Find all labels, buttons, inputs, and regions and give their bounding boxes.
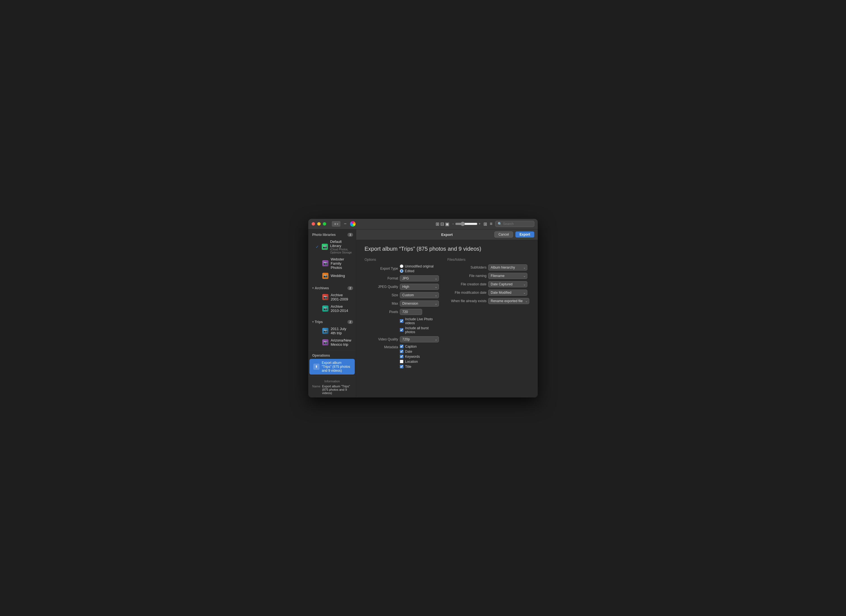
export-type-radios: Unmodified original Edited bbox=[400, 264, 434, 273]
format-select[interactable]: JPG PNG TIFF bbox=[400, 275, 439, 282]
grid-view-icon[interactable]: ⊞ bbox=[436, 221, 439, 227]
radio-edited: Edited bbox=[400, 269, 434, 273]
subfolders-select-wrapper: Album hierarchy None Folder path bbox=[488, 264, 527, 271]
export-heading: Export album “Trips” (875 photos and 9 v… bbox=[365, 246, 529, 252]
plus-icon: + bbox=[334, 221, 336, 226]
export-type-row: Export Type Unmodified original Edited bbox=[365, 264, 439, 273]
file-creation-date-row: File creation date Date Captured Date Mo… bbox=[447, 281, 529, 287]
sidebar-item-wedding[interactable]: 📷 Wedding bbox=[309, 271, 355, 280]
sidebar-item-july4[interactable]: 📷 2011 July 4th trip bbox=[309, 325, 355, 336]
meta-keywords-label: Keywords bbox=[405, 355, 420, 359]
when-file-exists-label: When file already exists bbox=[447, 299, 487, 303]
split-view-icon[interactable]: ⊟ bbox=[440, 221, 444, 227]
meta-caption-checkbox[interactable] bbox=[400, 345, 403, 348]
meta-title-row: Title bbox=[400, 365, 420, 369]
metadata-label: Metadata bbox=[365, 345, 398, 349]
trips-header[interactable]: ▾ Trips 2 bbox=[308, 319, 356, 325]
meta-keywords-checkbox[interactable] bbox=[400, 355, 403, 358]
jpeg-quality-select[interactable]: High Medium Low bbox=[400, 284, 439, 290]
maximize-button[interactable] bbox=[323, 222, 326, 226]
options-column: Options Export Type Unmodified original bbox=[365, 258, 439, 371]
webster-label: Webster Family Photos bbox=[331, 257, 352, 270]
size-select[interactable]: Custom Small Medium Large Full Size bbox=[400, 292, 439, 298]
trip-icon-july4: 📷 bbox=[322, 328, 328, 334]
cancel-button[interactable]: Cancel bbox=[494, 232, 513, 238]
include-live-checkbox[interactable] bbox=[400, 319, 403, 323]
trips-badge: 2 bbox=[347, 320, 353, 324]
max-row: Max Dimension Width Height bbox=[365, 301, 439, 307]
meta-caption-row: Caption bbox=[400, 345, 420, 349]
archives-section: ▾ Archives 2 📷 Archive 2001-2009 📷 Archi… bbox=[308, 283, 356, 317]
export-type-label: Export Type bbox=[365, 267, 398, 271]
format-label: Format bbox=[365, 276, 398, 280]
sidebar-view-icon[interactable]: ▣ bbox=[445, 221, 449, 227]
sidebar-item-archive-2001[interactable]: 📷 Archive 2001-2009 bbox=[309, 292, 355, 303]
files-folders-column: Files/folders Subfolders Album hierarchy… bbox=[447, 258, 529, 371]
archive-2001-label: Archive 2001-2009 bbox=[331, 293, 352, 301]
subfolders-row: Subfolders Album hierarchy None Folder p… bbox=[447, 264, 529, 271]
meta-title-checkbox[interactable] bbox=[400, 365, 403, 368]
sidebar-item-default-library[interactable]: ✓ 📷 Default Library iCloud Photos, Optim… bbox=[309, 238, 355, 255]
file-creation-date-label: File creation date bbox=[447, 282, 487, 286]
meta-date-checkbox[interactable] bbox=[400, 350, 403, 353]
radio-edited-input[interactable] bbox=[400, 269, 403, 273]
when-file-exists-select[interactable]: Rename exported file Replace Skip bbox=[488, 298, 529, 304]
minimize-button[interactable] bbox=[317, 222, 321, 226]
subfolders-select[interactable]: Album hierarchy None Folder path bbox=[488, 264, 527, 271]
file-naming-select[interactable]: Filename Sequential Date bbox=[488, 273, 527, 279]
file-creation-date-select-wrapper: Date Captured Date Modified Today bbox=[488, 281, 527, 287]
photo-libraries-label: Photo libraries bbox=[312, 233, 336, 237]
meta-location-checkbox[interactable] bbox=[400, 360, 403, 363]
video-quality-select-wrapper: 720p 1080p 4K Original bbox=[400, 336, 439, 342]
export-panel: Export Cancel Export Export album “Trips… bbox=[356, 229, 538, 397]
pixels-input[interactable] bbox=[400, 309, 422, 315]
photo-libraries-header[interactable]: Photo libraries 3 bbox=[308, 232, 356, 238]
titlebar: + ▾ − ⊞ ⊟ ▣ − + ⊞ ≡ 🔍 bbox=[308, 219, 538, 229]
include-live-row: Include Live Photo videos bbox=[365, 317, 439, 325]
sidebar-item-archive-2010[interactable]: 📷 Archive 2010-2014 bbox=[309, 303, 355, 314]
meta-location-row: Location bbox=[400, 360, 420, 364]
export-button[interactable]: Export bbox=[515, 232, 534, 238]
file-modification-date-select[interactable]: Date Modified Date Captured Today bbox=[488, 290, 527, 296]
dialog-title: Export bbox=[441, 233, 453, 237]
zoom-out-icon: − bbox=[452, 222, 454, 226]
video-quality-select[interactable]: 720p 1080p 4K Original bbox=[400, 336, 439, 342]
max-select[interactable]: Dimension Width Height bbox=[400, 301, 439, 307]
file-creation-date-select[interactable]: Date Captured Date Modified Today bbox=[488, 281, 527, 287]
file-modification-date-select-wrapper: Date Modified Date Captured Today bbox=[488, 290, 527, 296]
close-button[interactable] bbox=[312, 222, 315, 226]
search-input[interactable] bbox=[503, 222, 532, 226]
view-toggle-list-icon[interactable]: ≡ bbox=[490, 221, 492, 226]
sidebar-item-arizona[interactable]: 📷 Arizona/New Mexico trip bbox=[309, 337, 355, 348]
file-naming-row: File naming Filename Sequential Date bbox=[447, 273, 529, 279]
add-button[interactable]: + ▾ bbox=[332, 221, 340, 227]
titlebar-right: ⊞ ⊟ ▣ − + ⊞ ≡ 🔍 bbox=[436, 221, 534, 227]
archive-icon-2001: 📷 bbox=[322, 294, 328, 300]
max-label: Max bbox=[365, 302, 398, 305]
trip-icon-arizona: 📷 bbox=[322, 339, 328, 345]
sidebar-item-content: Default Library iCloud Photos, Optimize … bbox=[330, 239, 352, 254]
export-content: Export album “Trips” (875 photos and 9 v… bbox=[356, 240, 538, 377]
include-burst-checkbox[interactable] bbox=[400, 328, 403, 332]
export-op-icon: ⬆ bbox=[313, 364, 319, 370]
pixels-row: Pixels bbox=[365, 309, 439, 315]
radio-unmodified-input[interactable] bbox=[400, 264, 403, 268]
sidebar-item-webster[interactable]: 📷 Webster Family Photos bbox=[309, 256, 355, 271]
minus-button[interactable]: − bbox=[342, 221, 348, 227]
search-box[interactable]: 🔍 bbox=[495, 221, 534, 227]
checkmark-icon: ✓ bbox=[316, 245, 319, 249]
info-name-row: Name Export album "Trips" (875 photos an… bbox=[312, 384, 352, 395]
app-window: + ▾ − ⊞ ⊟ ▣ − + ⊞ ≡ 🔍 bbox=[308, 219, 538, 397]
meta-keywords-row: Keywords bbox=[400, 355, 420, 359]
toolbar: + ▾ − bbox=[332, 221, 356, 227]
photo-libraries-section: Photo libraries 3 ✓ 📷 Default Library iC… bbox=[308, 229, 356, 283]
options-heading: Options bbox=[365, 258, 439, 262]
file-naming-select-wrapper: Filename Sequential Date bbox=[488, 273, 527, 279]
view-toggle-grid-icon[interactable]: ⊞ bbox=[483, 221, 487, 227]
library-icon-default: 📷 bbox=[322, 244, 328, 250]
jpeg-quality-row: JPEG Quality High Medium Low bbox=[365, 284, 439, 290]
operations-export-item[interactable]: ⬆ Export album "Trips" (875 photos and 9… bbox=[309, 359, 355, 374]
archives-header[interactable]: ▾ Archives 2 bbox=[308, 285, 356, 291]
zoom-slider[interactable] bbox=[455, 221, 478, 226]
zoom-in-icon: + bbox=[479, 222, 481, 226]
